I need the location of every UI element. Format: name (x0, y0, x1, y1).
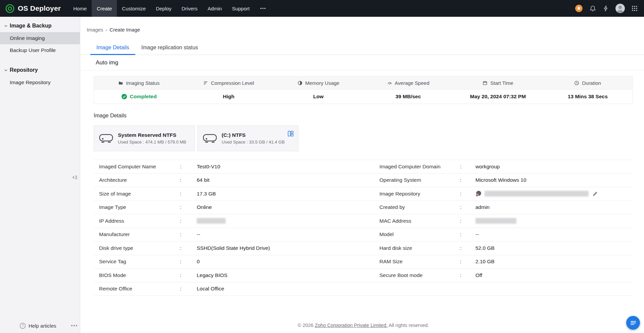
compression-level-value: High (184, 90, 273, 104)
start-time-value: May 20, 2024 07:32 PM (453, 90, 543, 104)
disk-drive-type-value: SSHD(Solid State Hybrid Drive) (197, 245, 379, 251)
status-col-label: Compression Level (211, 80, 254, 86)
model-value: -- (475, 231, 633, 237)
partition-name: (C:) NTFS (222, 132, 285, 138)
status-col-label: Start Time (490, 80, 513, 86)
sidebar: Image & Backup Online Imaging Backup Use… (0, 17, 80, 333)
app-brand[interactable]: OS Deployer (0, 4, 68, 13)
partition-layout-icon[interactable] (288, 131, 293, 138)
status-table-header-cell: Start Time (453, 76, 543, 89)
imaging-status-value: Completed (94, 90, 184, 104)
start-time-icon (482, 80, 488, 86)
sidebar-item-online-imaging[interactable]: Online Imaging (0, 32, 80, 44)
partition-used-space: Used Space : 474.1 MB / 579.0 MB (118, 140, 186, 145)
nav-support[interactable]: Support (227, 0, 255, 17)
breadcrumb: Images › Create Image (87, 27, 644, 33)
edit-repository-icon[interactable] (592, 190, 598, 197)
disk-drive-icon (99, 132, 113, 145)
sidebar-section-label: Repository (10, 67, 38, 73)
tab-image-details[interactable]: Image Details (90, 41, 135, 55)
partition-card-c-drive[interactable]: (C:) NTFS Used Space : 33.5 GB / 41.4 GB (197, 125, 298, 151)
footer-copyright: © 2026 Zoho Corporation Private Limited.… (94, 323, 633, 328)
image-type-value: Online (197, 204, 379, 210)
zoho-corporation-link[interactable]: Zoho Corporation Private Limited. (315, 323, 387, 328)
detail-row: Disk drive type : SSHD(Solid State Hybri… (94, 241, 633, 255)
main-content: Images › Create Image Image Details Imag… (80, 17, 644, 333)
breadcrumb-current: Create Image (109, 27, 140, 33)
secure-boot-mode-value: Off (475, 272, 633, 278)
image-name-heading: Auto img (80, 55, 644, 70)
duration-icon (574, 80, 579, 86)
status-table-header-cell: Average Speed (363, 76, 453, 89)
memory-usage-icon (297, 80, 303, 86)
sidebar-section-label: Image & Backup (10, 23, 51, 29)
help-articles-button[interactable]: ? Help articles (19, 323, 56, 329)
image-repository-value (475, 190, 633, 197)
detail-row: BIOS Mode : Legacy BIOS Secure Boot mode… (94, 269, 633, 282)
detail-row: Architecture : 64 bit Operating System :… (94, 174, 633, 187)
service-tag-value: 0 (197, 259, 379, 265)
user-avatar[interactable] (615, 3, 625, 13)
detail-row: IP Address : MAC Address : (94, 214, 633, 228)
nav-deploy[interactable]: Deploy (151, 0, 177, 17)
status-table-header-cell: Imaging Status (94, 76, 184, 89)
main-navigation: Home Create Customize Deploy Drivers Adm… (68, 0, 271, 17)
nav-admin[interactable]: Admin (202, 0, 227, 17)
status-table-header-cell: Duration (543, 76, 633, 89)
sidebar-item-backup-user-profile[interactable]: Backup User Profile (0, 44, 80, 56)
app-title: OS Deployer (18, 4, 61, 12)
status-col-label: Memory Usage (305, 80, 339, 86)
imaged-computer-name-value: Test0-V10 (197, 164, 379, 170)
nav-home[interactable]: Home (68, 0, 92, 17)
redacted-mac-address (475, 218, 516, 224)
detail-row: Remote Office : Local Office (94, 282, 633, 296)
sidebar-more-icon[interactable] (71, 325, 77, 326)
breadcrumb-images-link[interactable]: Images (87, 27, 103, 33)
computer-details-table: Imaged Computer Name : Test0-V10 Imaged … (94, 160, 633, 296)
imaging-status-table: Imaging Status Compression Level Memory … (94, 76, 633, 104)
help-question-icon: ? (19, 323, 26, 329)
manufacturer-value: -- (197, 231, 379, 237)
nav-drivers[interactable]: Drivers (177, 0, 203, 17)
memory-usage-value: Low (274, 90, 363, 104)
bios-mode-value: Legacy BIOS (197, 272, 379, 278)
notifications-bell-icon[interactable] (589, 5, 596, 12)
nav-create[interactable]: Create (92, 0, 117, 17)
detail-row: Service Tag : 0 RAM Size : 2.10 GB (94, 255, 633, 269)
partition-cards: System Reserved NTFS Used Space : 474.1 … (94, 125, 644, 151)
sidebar-section-repository: Repository Image Repository (0, 61, 80, 89)
sidebar-section-repository-header[interactable]: Repository (0, 61, 80, 76)
architecture-value: 64 bit (197, 177, 379, 183)
status-table-values: Completed High Low 39 MB/sec May 20, 202… (94, 90, 633, 104)
partition-card-system-reserved[interactable]: System Reserved NTFS Used Space : 474.1 … (94, 125, 195, 151)
average-speed-icon (387, 80, 392, 86)
quick-actions-lightning-icon[interactable] (602, 5, 609, 12)
menu-lines-icon (630, 320, 637, 326)
sidebar-footer: ? Help articles (0, 318, 80, 333)
imaging-status-icon (118, 80, 123, 86)
mac-address-value (475, 218, 633, 224)
status-col-label: Average Speed (395, 80, 429, 86)
check-circle-icon (121, 94, 127, 100)
redacted-repository-name (485, 191, 589, 197)
tab-image-replication-status[interactable]: Image replication status (135, 41, 204, 55)
status-col-label: Imaging Status (126, 80, 159, 86)
sidebar-section-image-backup-header[interactable]: Image & Backup (0, 17, 80, 32)
collapse-sidebar-button[interactable] (71, 173, 79, 182)
apps-grid-icon[interactable] (631, 5, 638, 12)
help-articles-label: Help articles (29, 323, 56, 329)
app-logo-icon (5, 4, 14, 13)
sidebar-item-image-repository[interactable]: Image Repository (0, 76, 80, 89)
imaged-computer-domain-value: workgroup (475, 164, 633, 170)
ram-size-value: 2.10 GB (475, 259, 633, 265)
ip-address-value (197, 218, 379, 224)
nav-customize[interactable]: Customize (117, 0, 151, 17)
status-table-header: Imaging Status Compression Level Memory … (94, 76, 633, 90)
average-speed-value: 39 MB/sec (363, 90, 453, 104)
nav-more-icon[interactable] (255, 0, 271, 17)
floating-menu-button[interactable] (626, 316, 640, 330)
top-navigation-bar: OS Deployer Home Create Customize Deploy… (0, 0, 644, 17)
sidebar-section-image-backup: Image & Backup Online Imaging Backup Use… (0, 17, 80, 56)
copyright-prefix: © 2026 (297, 323, 315, 328)
whats-new-icon[interactable] (574, 4, 583, 13)
